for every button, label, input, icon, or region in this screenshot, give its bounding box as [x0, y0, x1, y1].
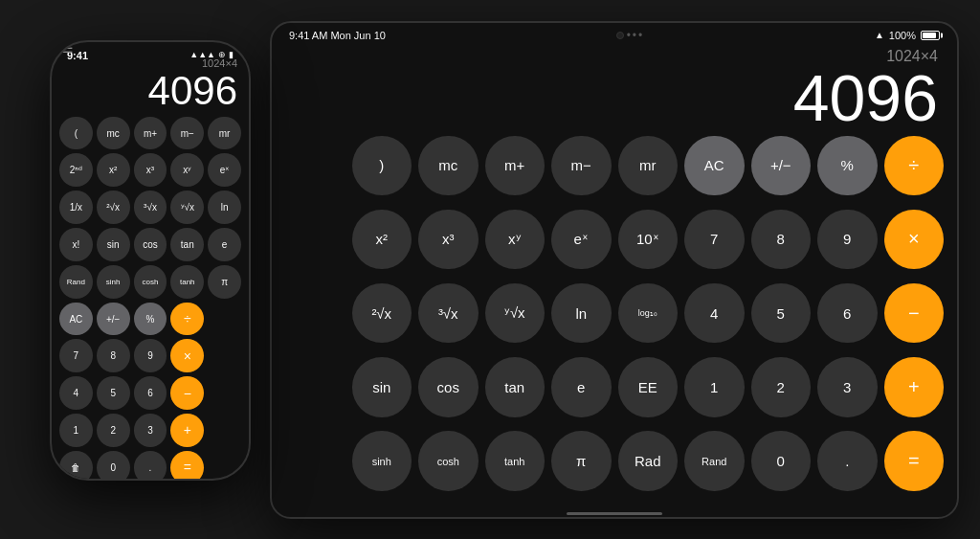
iphone-btn-x_[interactable]: x² — [97, 153, 130, 187]
ipad-btn-6[interactable]: 6 — [817, 283, 878, 344]
ipad-btn-4[interactable]: 4 — [684, 283, 745, 344]
ipad-btn-7[interactable]: 7 — [684, 210, 745, 270]
iphone-btn-mr[interactable]: mr — [208, 117, 241, 150]
ipad-btn-mr[interactable]: mr — [618, 136, 679, 196]
iphone-btn-1[interactable]: 1 — [59, 414, 93, 447]
ipad-btn-e_[interactable]: eˣ — [551, 210, 612, 270]
ipad-btn-sin[interactable]: sin — [352, 357, 412, 417]
ipad-btn-_[interactable]: × — [884, 210, 945, 270]
iphone-btn-2__[interactable]: 2ⁿᵈ — [59, 153, 93, 187]
ipad-btn-_[interactable]: % — [817, 136, 878, 196]
ipad-btn-___[interactable]: +/− — [751, 136, 812, 196]
ipad-btn-Rad[interactable]: Rad — [618, 431, 679, 491]
ipad-btn-e[interactable]: e — [551, 357, 612, 417]
iphone-btn-_[interactable]: ( — [59, 117, 93, 150]
ipad-btn-_[interactable]: ÷ — [884, 136, 945, 196]
iphone-btn-e_[interactable]: eˣ — [208, 153, 241, 187]
ipad-btn-9[interactable]: 9 — [817, 210, 878, 270]
iphone-btn-___[interactable]: +/− — [97, 303, 130, 336]
iphone-btn-9[interactable]: 9 — [134, 339, 167, 372]
ipad-btn-_[interactable]: − — [884, 283, 945, 344]
iphone-btn-8[interactable]: 8 — [97, 339, 130, 372]
ipad-btn-__x[interactable]: ʸ√x — [485, 283, 546, 344]
iphone-btn-4[interactable]: 4 — [59, 376, 93, 410]
ipad-btn-x_[interactable]: x² — [352, 210, 412, 270]
ipad-display: 1024×4 4096 — [285, 44, 944, 136]
iphone-btn-__x[interactable]: ʸ√x — [170, 191, 204, 224]
iphone-calculator-body: ☰ 1024×4 4096 (mcm+m−mr2ⁿᵈx²x³xʸeˣ1/x²√x… — [52, 40, 249, 481]
iphone-btn-sin[interactable]: sin — [97, 228, 130, 261]
iphone-display: 1024×4 4096 — [59, 56, 241, 117]
iphone-btn-__[interactable]: 🗑 — [59, 451, 93, 481]
ipad-btn-m_[interactable]: m+ — [485, 136, 546, 196]
iphone-btn-e[interactable]: e — [208, 228, 241, 261]
battery-fill — [923, 33, 936, 38]
iphone-btn-_[interactable]: . — [134, 451, 167, 481]
iphone-btn-tanh[interactable]: tanh — [170, 265, 204, 299]
iphone-btn-sinh[interactable]: sinh — [97, 265, 130, 299]
iphone-btn-m_[interactable]: m+ — [134, 117, 167, 150]
iphone-btn-__x[interactable]: ²√x — [97, 191, 130, 224]
ipad-btn-x_[interactable]: x³ — [418, 210, 479, 270]
ipad-btn-__x[interactable]: ²√x — [352, 283, 412, 344]
ipad-btn-EE[interactable]: EE — [618, 357, 679, 417]
ipad-btn-mc[interactable]: mc — [418, 136, 479, 196]
iphone-btn-x_[interactable]: xʸ — [170, 153, 204, 187]
iphone-btn-mc[interactable]: mc — [97, 117, 130, 150]
iphone-btn-__x[interactable]: ³√x — [134, 191, 167, 224]
ipad-btn-2[interactable]: 2 — [751, 357, 812, 417]
ipad-btn-10_[interactable]: 10ˣ — [618, 210, 679, 270]
ipad-button-grid: )mcm+m−mrAC+/−%÷x²x³xʸeˣ10ˣ789×²√x³√xʸ√x… — [285, 136, 944, 499]
ipad-btn-_[interactable]: = — [884, 431, 945, 491]
iphone-btn-_[interactable]: × — [170, 339, 204, 372]
ipad-btn-8[interactable]: 8 — [751, 210, 812, 270]
iphone-btn-2[interactable]: 2 — [97, 414, 130, 447]
ipad-btn-Rand[interactable]: Rand — [684, 431, 745, 491]
iphone-btn-m_[interactable]: m− — [170, 117, 204, 150]
ipad-btn-_[interactable]: ) — [352, 136, 412, 196]
iphone-btn-_[interactable]: = — [170, 451, 204, 481]
ipad-btn-__x[interactable]: ³√x — [418, 283, 479, 344]
iphone-btn-_[interactable]: % — [134, 303, 167, 336]
ipad-btn-cos[interactable]: cos — [418, 357, 479, 417]
ipad-btn-ln[interactable]: ln — [551, 283, 612, 344]
iphone-btn-7[interactable]: 7 — [59, 339, 93, 372]
ipad-btn-_[interactable]: + — [884, 357, 945, 417]
iphone-btn-cos[interactable]: cos — [134, 228, 167, 261]
iphone-btn-_[interactable]: + — [170, 414, 204, 447]
iphone-btn-x_[interactable]: x! — [59, 228, 93, 261]
iphone-btn-_[interactable]: π — [208, 265, 241, 299]
iphone-btn-_[interactable]: ÷ — [170, 303, 204, 336]
ipad-time: 9:41 AM Mon Jun 10 — [289, 30, 386, 41]
ipad-btn-cosh[interactable]: cosh — [418, 431, 479, 491]
iphone-btn-ln[interactable]: ln — [208, 191, 241, 224]
iphone-btn-_[interactable]: − — [170, 376, 204, 410]
iphone-btn-AC[interactable]: AC — [59, 303, 93, 336]
ipad-btn-5[interactable]: 5 — [751, 283, 812, 344]
ipad-calculator-body: 1024×4 4096 )mcm+m−mrAC+/−%÷x²x³xʸeˣ10ˣ7… — [272, 44, 957, 508]
iphone-result: 4096 — [63, 69, 237, 113]
iphone-btn-cosh[interactable]: cosh — [134, 265, 167, 299]
ipad-btn-0[interactable]: 0 — [751, 431, 812, 491]
ipad-btn-log__[interactable]: log₁₀ — [618, 283, 679, 344]
ipad-btn-tan[interactable]: tan — [485, 357, 546, 417]
iphone-btn-x_[interactable]: x³ — [134, 153, 167, 187]
ipad-btn-sinh[interactable]: sinh — [352, 431, 412, 491]
ipad-btn-tanh[interactable]: tanh — [485, 431, 546, 491]
iphone-btn-Rand[interactable]: Rand — [59, 265, 93, 299]
ipad-btn-AC[interactable]: AC — [684, 136, 745, 196]
menu-icon[interactable]: ☰ — [61, 40, 74, 56]
iphone-btn-3[interactable]: 3 — [134, 414, 167, 447]
ipad-btn-m_[interactable]: m− — [551, 136, 612, 196]
iphone-btn-6[interactable]: 6 — [134, 376, 167, 410]
iphone-btn-1_x[interactable]: 1/x — [59, 191, 93, 224]
iphone-btn-0[interactable]: 0 — [97, 451, 130, 481]
ipad-btn-1[interactable]: 1 — [684, 357, 745, 417]
ipad-status-right: ▲ 100% — [875, 30, 940, 41]
iphone-btn-5[interactable]: 5 — [97, 376, 130, 410]
iphone-btn-tan[interactable]: tan — [170, 228, 204, 261]
ipad-btn-_[interactable]: . — [817, 431, 878, 491]
ipad-btn-3[interactable]: 3 — [817, 357, 878, 417]
ipad-btn-_[interactable]: π — [551, 431, 612, 491]
ipad-btn-x_[interactable]: xʸ — [485, 210, 546, 270]
